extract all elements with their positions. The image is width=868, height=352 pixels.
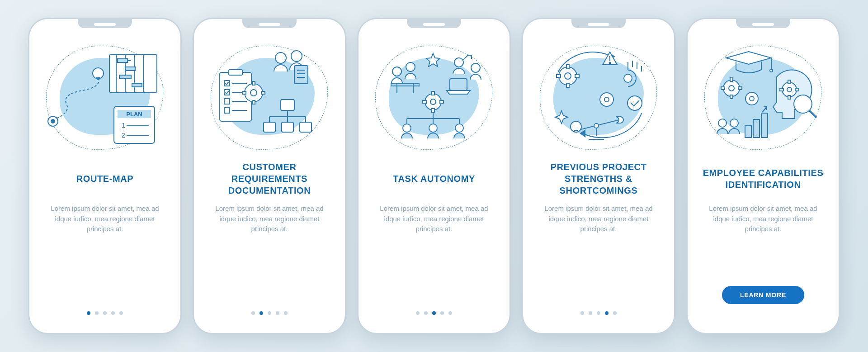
svg-rect-91 bbox=[721, 87, 725, 90]
pager-dot[interactable] bbox=[268, 311, 271, 315]
onboarding-screen-4: PREVIOUS PROJECT STRENGTHS & SHORTCOMING… bbox=[522, 18, 675, 334]
svg-rect-8 bbox=[118, 59, 127, 62]
svg-rect-48 bbox=[264, 122, 275, 132]
svg-rect-53 bbox=[391, 83, 419, 86]
svg-rect-90 bbox=[730, 95, 733, 99]
svg-rect-77 bbox=[557, 75, 561, 77]
phone-notch bbox=[78, 18, 132, 28]
pager-dot[interactable] bbox=[284, 311, 288, 315]
pagination-dots[interactable] bbox=[87, 311, 123, 315]
svg-rect-38 bbox=[294, 66, 308, 84]
pagination-dots[interactable] bbox=[416, 311, 452, 315]
svg-point-96 bbox=[787, 87, 792, 92]
svg-point-31 bbox=[250, 90, 257, 96]
phone-notch bbox=[736, 18, 790, 28]
pagination-dots[interactable] bbox=[251, 311, 288, 315]
svg-point-68 bbox=[403, 124, 411, 132]
illustration-employee-capabilities bbox=[704, 45, 822, 149]
svg-point-83 bbox=[594, 124, 599, 128]
svg-rect-21 bbox=[229, 70, 242, 75]
onboarding-screen-3: TASK AUTONOMY Lorem ipsum dolor sit amet… bbox=[357, 18, 511, 334]
svg-rect-26 bbox=[224, 99, 230, 104]
screen-title: EMPLOYEE CAPABILITIES IDENTIFICATION bbox=[698, 160, 829, 197]
pager-dot[interactable] bbox=[103, 311, 107, 315]
svg-rect-11 bbox=[119, 75, 131, 79]
svg-rect-99 bbox=[780, 88, 783, 91]
svg-text:1: 1 bbox=[122, 122, 125, 129]
svg-point-74 bbox=[565, 73, 571, 79]
pager-dot[interactable] bbox=[448, 311, 452, 315]
screen-description: Lorem ipsum dolor sit amet, mea ad idque… bbox=[204, 204, 335, 311]
pager-dot[interactable] bbox=[589, 311, 592, 315]
svg-rect-12 bbox=[132, 83, 142, 87]
illustration-customer-requirements bbox=[211, 45, 328, 149]
screen-title: CUSTOMER REQUIREMENTS DOCUMENTATION bbox=[204, 160, 335, 197]
svg-point-52 bbox=[406, 62, 415, 71]
phone-notch bbox=[571, 18, 626, 28]
phone-row: PLAN 1 2 ROUTE-MAP Lorem ipsum dolor sit… bbox=[10, 18, 858, 334]
svg-point-104 bbox=[730, 119, 738, 127]
illustration-previous-project bbox=[540, 45, 657, 149]
svg-point-69 bbox=[429, 124, 437, 132]
svg-line-102 bbox=[809, 110, 816, 118]
pager-dot[interactable] bbox=[580, 311, 584, 315]
screen-description: Lorem ipsum dolor sit amet, mea ad idque… bbox=[39, 204, 170, 311]
svg-rect-24 bbox=[224, 90, 230, 95]
onboarding-screen-2: CUSTOMER REQUIREMENTS DOCUMENTATION Lore… bbox=[193, 18, 346, 334]
previous-project-icon bbox=[540, 45, 657, 149]
phone-notch bbox=[242, 18, 297, 28]
svg-rect-49 bbox=[282, 122, 293, 132]
screen-description: Lorem ipsum dolor sit amet, mea ad idque… bbox=[368, 204, 500, 311]
pager-dot[interactable] bbox=[597, 311, 600, 315]
employee-capabilities-icon bbox=[704, 45, 822, 149]
svg-point-55 bbox=[471, 63, 480, 72]
svg-point-81 bbox=[604, 97, 609, 102]
pager-dot[interactable] bbox=[440, 311, 444, 315]
svg-rect-42 bbox=[281, 100, 294, 110]
svg-point-58 bbox=[430, 99, 436, 105]
svg-rect-75 bbox=[566, 65, 569, 69]
screen-description: Lorem ipsum dolor sit amet, mea ad idque… bbox=[533, 204, 664, 311]
svg-point-86 bbox=[770, 69, 773, 72]
svg-rect-10 bbox=[125, 67, 135, 71]
pager-dot[interactable] bbox=[87, 311, 90, 315]
svg-rect-35 bbox=[261, 91, 265, 94]
svg-rect-61 bbox=[423, 100, 426, 103]
screen-title: ROUTE-MAP bbox=[73, 160, 137, 197]
pager-dot[interactable] bbox=[259, 311, 263, 315]
svg-rect-107 bbox=[761, 113, 768, 138]
svg-rect-34 bbox=[242, 91, 246, 94]
illustration-task-autonomy bbox=[375, 45, 493, 149]
pager-dot[interactable] bbox=[424, 311, 428, 315]
pager-dot[interactable] bbox=[111, 311, 115, 315]
svg-rect-105 bbox=[745, 126, 751, 138]
onboarding-screen-1: PLAN 1 2 ROUTE-MAP Lorem ipsum dolor sit… bbox=[28, 18, 182, 334]
svg-rect-89 bbox=[730, 78, 733, 81]
pager-dot[interactable] bbox=[416, 311, 420, 315]
svg-point-36 bbox=[275, 52, 286, 63]
screen-title: PREVIOUS PROJECT STRENGTHS & SHORTCOMING… bbox=[533, 160, 664, 197]
pagination-dots[interactable] bbox=[580, 311, 617, 315]
learn-more-button[interactable]: LEARN MORE bbox=[722, 286, 804, 304]
svg-rect-76 bbox=[566, 83, 569, 87]
illustration-route-map: PLAN 1 2 bbox=[46, 45, 164, 149]
svg-rect-59 bbox=[432, 91, 434, 95]
svg-text:2: 2 bbox=[122, 132, 125, 139]
pager-dot[interactable] bbox=[251, 311, 255, 315]
screen-title: TASK AUTONOMY bbox=[389, 160, 479, 197]
customer-requirements-icon bbox=[211, 45, 328, 149]
svg-point-88 bbox=[729, 86, 734, 91]
onboarding-screen-5: EMPLOYEE CAPABILITIES IDENTIFICATION Lor… bbox=[686, 18, 840, 334]
pager-dot[interactable] bbox=[432, 311, 436, 315]
svg-rect-56 bbox=[450, 79, 467, 90]
svg-point-103 bbox=[718, 119, 726, 127]
svg-rect-78 bbox=[575, 75, 579, 77]
pager-dot[interactable] bbox=[276, 311, 279, 315]
svg-text:PLAN: PLAN bbox=[126, 111, 142, 118]
pager-dot[interactable] bbox=[605, 311, 609, 315]
pager-dot[interactable] bbox=[119, 311, 123, 315]
svg-rect-33 bbox=[252, 100, 255, 104]
pager-dot[interactable] bbox=[613, 311, 617, 315]
pager-dot[interactable] bbox=[95, 311, 99, 315]
svg-point-79 bbox=[624, 74, 632, 82]
